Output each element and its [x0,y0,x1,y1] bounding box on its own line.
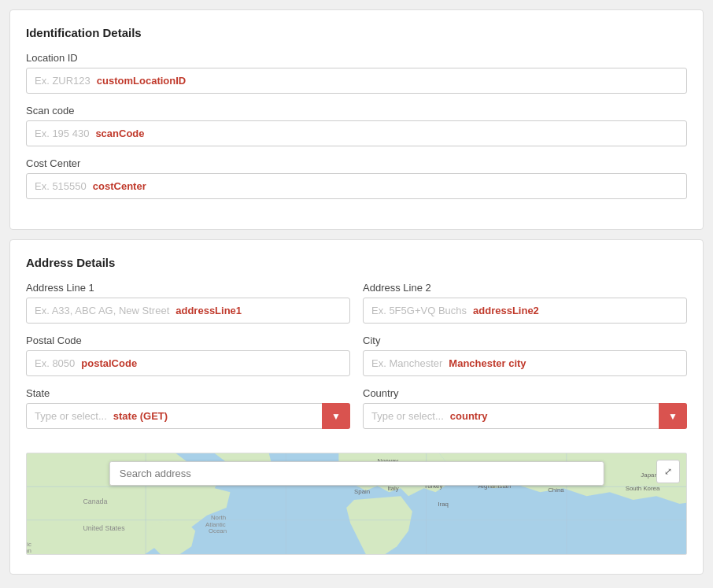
cost-center-input[interactable]: Ex. 515550 costCenter [26,173,687,199]
city-label: City [363,335,687,346]
address-section: Address Details Address Line 1 Ex. A33, … [9,239,704,575]
scan-code-label: Scan code [26,105,687,116]
address-line2-value: addressLine2 [473,305,539,316]
cost-center-value: costCenter [93,180,146,192]
address-lines-row: Address Line 1 Ex. A33, ABC AG, New Stre… [26,282,687,335]
svg-text:Iraq: Iraq [438,501,449,508]
location-id-value: customLocationID [97,75,186,87]
postal-city-row: Postal Code Ex. 8050 postalCode City Ex.… [26,335,687,387]
svg-text:Ocean: Ocean [27,547,31,554]
address-line1-input[interactable]: Ex. A33, ABC AG, New Street addressLine1 [26,298,350,324]
address-line1-group: Address Line 1 Ex. A33, ABC AG, New Stre… [26,282,350,324]
location-id-label: Location ID [26,52,687,64]
city-input[interactable]: Ex. Manchester Manchester city [363,350,687,376]
country-select[interactable]: Type or select... country [363,403,687,429]
location-id-input[interactable]: Ex. ZUR123 customLocationID [26,68,687,94]
city-placeholder: Ex. Manchester [371,357,442,369]
scan-code-value: scanCode [95,128,144,139]
address-title: Address Details [26,256,687,269]
scan-code-group: Scan code Ex. 195 430 scanCode [26,105,687,146]
svg-text:China: China [548,486,564,494]
postal-code-value: postalCode [81,357,137,369]
country-label: Country [363,387,687,399]
expand-icon: ⤢ [664,466,672,477]
postal-code-input[interactable]: Ex. 8050 postalCode [26,350,350,376]
cost-center-group: Cost Center Ex. 515550 costCenter [26,157,687,199]
location-id-group: Location ID Ex. ZUR123 customLocationID [26,52,687,94]
svg-text:South Korea: South Korea [626,485,660,492]
country-group: Country Type or select... country ▼ [363,387,687,429]
address-line1-placeholder: Ex. A33, ABC AG, New Street [35,305,169,316]
country-placeholder: Type or select... [371,410,444,422]
location-id-placeholder: Ex. ZUR123 [35,75,91,87]
identification-title: Identification Details [26,26,687,39]
svg-text:Ocean: Ocean [209,527,227,534]
state-value: state (GET) [113,410,168,422]
address-line2-label: Address Line 2 [363,282,687,294]
state-group: State Type or select... state (GET) ▼ [26,387,350,429]
svg-text:Canada: Canada [83,497,107,505]
svg-text:United States: United States [83,524,125,532]
svg-text:Japan: Japan [641,472,657,479]
state-country-row: State Type or select... state (GET) ▼ Co… [26,387,687,440]
city-group: City Ex. Manchester Manchester city [363,335,687,376]
svg-text:North: North [211,514,226,521]
identification-section: Identification Details Location ID Ex. Z… [9,9,704,230]
country-select-wrapper: Type or select... country ▼ [363,403,687,429]
state-select[interactable]: Type or select... state (GET) [26,403,350,429]
scan-code-placeholder: Ex. 195 430 [35,128,89,139]
state-select-wrapper: Type or select... state (GET) ▼ [26,403,350,429]
address-line2-placeholder: Ex. 5F5G+VQ Buchs [371,305,467,316]
map-container: Canada United States North Atlantic Ocea… [26,453,687,555]
postal-code-label: Postal Code [26,335,350,346]
scan-code-input[interactable]: Ex. 195 430 scanCode [26,120,687,146]
address-line1-label: Address Line 1 [26,282,350,294]
address-line1-value: addressLine1 [175,305,242,316]
city-value: Manchester city [449,357,526,369]
svg-text:Italy: Italy [387,485,398,492]
svg-text:Spain: Spain [354,488,370,495]
postal-code-group: Postal Code Ex. 8050 postalCode [26,335,350,376]
map-expand-button[interactable]: ⤢ [656,460,680,483]
postal-code-placeholder: Ex. 8050 [35,357,75,369]
map-search-input[interactable]: Search address [109,461,604,486]
state-label: State [26,387,350,399]
address-line2-input[interactable]: Ex. 5F5G+VQ Buchs addressLine2 [363,298,687,324]
svg-text:Atlantic: Atlantic [205,521,226,528]
country-value: country [450,410,488,422]
cost-center-label: Cost Center [26,157,687,169]
address-line2-group: Address Line 2 Ex. 5F5G+VQ Buchs address… [363,282,687,324]
cost-center-placeholder: Ex. 515550 [35,180,87,192]
state-placeholder: Type or select... [35,410,107,422]
